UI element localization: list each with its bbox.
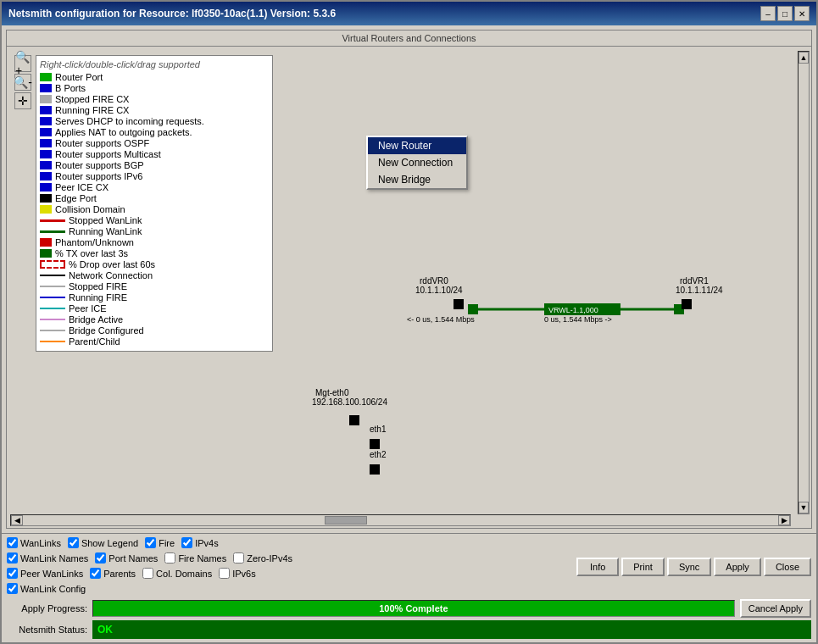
close-button[interactable]: ✕ bbox=[794, 6, 810, 21]
cb-wanlink-config-label[interactable]: WanLink Config bbox=[7, 583, 86, 594]
legend-multicast: Router supports Multicast bbox=[40, 149, 269, 159]
bottom-row1: WanLinks Show Legend Fire IPv4s bbox=[7, 537, 811, 597]
cb-showlegend-label[interactable]: Show Legend bbox=[68, 537, 138, 548]
legend-tx: % TX over last 3s bbox=[40, 248, 269, 258]
status-value: OK bbox=[97, 624, 113, 636]
legend-network-conn: Network Connection bbox=[40, 270, 269, 280]
maximize-button[interactable]: □ bbox=[777, 6, 793, 21]
vertical-scrollbar[interactable]: ▲ ▼ bbox=[798, 51, 810, 514]
cb-port-names[interactable] bbox=[95, 552, 106, 564]
cb-ipv6s-label[interactable]: IPv6s bbox=[219, 568, 256, 579]
cb-wanlink-names[interactable] bbox=[7, 552, 18, 564]
legend-bridge-active: Bridge Active bbox=[40, 314, 269, 325]
button-column: Info Print Sync Apply Close bbox=[576, 537, 811, 597]
cb-port-names-label[interactable]: Port Names bbox=[95, 552, 158, 564]
legend-line-stopped-fire bbox=[40, 286, 65, 287]
print-button[interactable]: Print bbox=[621, 558, 665, 576]
cb-wanlink-names-label[interactable]: WanLink Names bbox=[7, 552, 88, 564]
zoom-in-button[interactable]: 🔍+ bbox=[14, 55, 31, 72]
scroll-up-btn[interactable]: ▲ bbox=[799, 52, 809, 64]
cb-col-domains[interactable] bbox=[142, 568, 153, 579]
legend-running-fire-cx: Running FIRE CX bbox=[40, 105, 269, 115]
progress-row: Apply Progress: 100% Complete Cancel App… bbox=[7, 599, 811, 618]
legend-color-tx bbox=[40, 249, 52, 258]
cb-ipv4s-label[interactable]: IPv4s bbox=[181, 537, 219, 548]
zoom-out-button[interactable]: 🔍- bbox=[14, 74, 31, 91]
legend-color-peer-ice-cx bbox=[40, 183, 52, 192]
title-bar-buttons: – □ ✕ bbox=[760, 6, 810, 21]
checkbox-row-3: Peer WanLinks Parents Col. Domains IPv6s bbox=[7, 568, 571, 579]
scroll-left-btn[interactable]: ◀ bbox=[11, 515, 23, 525]
zoom-controls: 🔍+ 🔍- ✛ bbox=[14, 55, 31, 109]
cb-fire-label[interactable]: Fire bbox=[145, 537, 175, 548]
cb-parents-label[interactable]: Parents bbox=[90, 568, 136, 579]
legend-line-peer-ice bbox=[40, 308, 65, 309]
legend-color-b-ports bbox=[40, 84, 52, 92]
legend-peer-ice-cx: Peer ICE CX bbox=[40, 182, 269, 192]
cb-parents[interactable] bbox=[90, 568, 101, 579]
legend-b-ports: B Ports bbox=[40, 83, 269, 93]
progress-label: Apply Progress: bbox=[7, 603, 87, 613]
title-bar: Netsmith configuration for Resource: lf0… bbox=[2, 2, 816, 25]
legend-bridge-configured: Bridge Configured bbox=[40, 325, 269, 336]
cursor-button[interactable]: ✛ bbox=[14, 92, 31, 109]
menu-item-new-connection[interactable]: New Connection bbox=[368, 154, 466, 171]
legend-hint: Right-click/double-click/drag supported bbox=[40, 59, 269, 69]
legend-color-multicast bbox=[40, 150, 52, 158]
cb-peer-wanlinks-label[interactable]: Peer WanLinks bbox=[7, 568, 83, 579]
window-title: Netsmith configuration for Resource: lf0… bbox=[8, 8, 336, 19]
legend-color-router-port bbox=[40, 73, 52, 81]
cb-wanlinks-label[interactable]: WanLinks bbox=[7, 537, 61, 548]
menu-item-new-router[interactable]: New Router bbox=[368, 137, 466, 154]
cancel-apply-button[interactable]: Cancel Apply bbox=[740, 599, 811, 618]
cb-wanlinks[interactable] bbox=[7, 537, 18, 548]
info-button[interactable]: Info bbox=[576, 558, 619, 576]
minimize-button[interactable]: – bbox=[760, 6, 776, 21]
horizontal-scrollbar[interactable]: ◀ ▶ bbox=[10, 514, 791, 526]
scroll-thumb[interactable] bbox=[325, 516, 367, 525]
cb-fire-names[interactable] bbox=[164, 552, 175, 564]
legend-panel: Right-click/double-click/drag supported … bbox=[36, 55, 273, 352]
scroll-down-btn[interactable]: ▼ bbox=[799, 502, 809, 514]
scroll-right-btn[interactable]: ▶ bbox=[778, 515, 790, 525]
legend-edge-port: Edge Port bbox=[40, 193, 269, 203]
legend-color-running-fire-cx bbox=[40, 106, 52, 114]
cb-peer-wanlinks[interactable] bbox=[7, 568, 18, 579]
legend-color-ipv6 bbox=[40, 172, 52, 180]
legend-line-running-fire bbox=[40, 297, 65, 298]
legend-line-running-wanlink bbox=[40, 230, 65, 233]
legend-color-edge-port bbox=[40, 194, 52, 203]
legend-bgp: Router supports BGP bbox=[40, 160, 269, 170]
cb-fire[interactable] bbox=[145, 537, 156, 548]
legend-stopped-fire-cx: Stopped FIRE CX bbox=[40, 94, 269, 104]
cb-col-domains-label[interactable]: Col. Domains bbox=[142, 568, 212, 579]
legend-color-bgp bbox=[40, 161, 52, 169]
legend-nat: Applies NAT to outgoing packets. bbox=[40, 127, 269, 137]
legend-line-bridge-active bbox=[40, 319, 65, 320]
cb-ipv6s[interactable] bbox=[219, 568, 230, 579]
cb-ipv4s[interactable] bbox=[181, 537, 192, 548]
cb-showlegend[interactable] bbox=[68, 537, 79, 548]
cb-zero-ipv4s-label[interactable]: Zero-IPv4s bbox=[233, 552, 292, 564]
legend-running-fire: Running FIRE bbox=[40, 292, 269, 303]
canvas-title: Virtual Routers and Connections bbox=[7, 31, 811, 47]
menu-item-new-bridge[interactable]: New Bridge bbox=[368, 171, 466, 188]
progress-bar-fill: 100% Complete bbox=[93, 601, 734, 616]
sync-button[interactable]: Sync bbox=[667, 558, 711, 576]
legend-line-stopped-wanlink bbox=[40, 219, 65, 222]
cb-wanlink-config[interactable] bbox=[7, 583, 18, 594]
checkbox-row-2: WanLink Names Port Names Fire Names Zero… bbox=[7, 552, 571, 564]
legend-color-dhcp bbox=[40, 117, 52, 125]
legend-ospf: Router supports OSPF bbox=[40, 138, 269, 148]
apply-button[interactable]: Apply bbox=[714, 558, 761, 576]
close-button-toolbar[interactable]: Close bbox=[764, 558, 811, 576]
scroll-track bbox=[23, 516, 778, 525]
status-value-box: OK bbox=[92, 620, 811, 639]
legend-color-collision-domain bbox=[40, 205, 52, 214]
legend-phantom: Phantom/Unknown bbox=[40, 237, 269, 247]
legend-dhcp: Serves DHCP to incoming requests. bbox=[40, 116, 269, 126]
progress-bar-container: 100% Complete bbox=[92, 600, 735, 617]
cb-fire-names-label[interactable]: Fire Names bbox=[164, 552, 226, 564]
canvas-area: Virtual Routers and Connections 🔍+ 🔍- ✛ … bbox=[2, 25, 816, 533]
cb-zero-ipv4s[interactable] bbox=[233, 552, 244, 564]
